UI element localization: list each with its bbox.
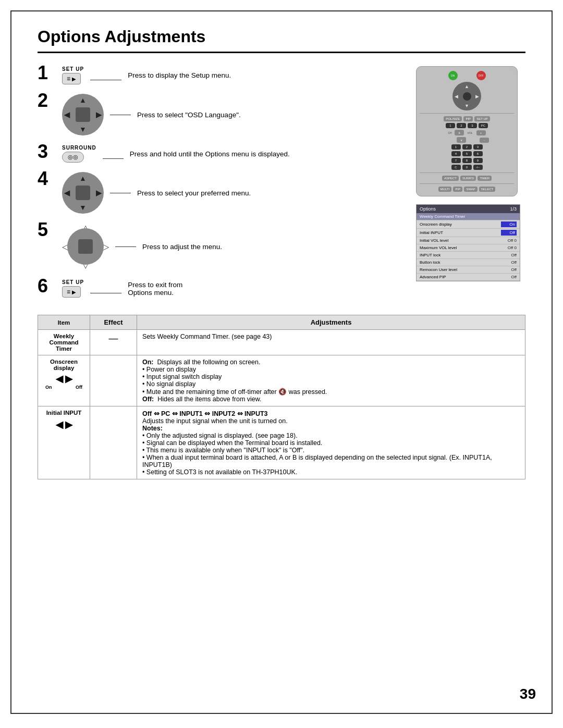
remote-dpad-right: ▶ [475, 94, 479, 99]
onscreen-arrow-left: ◀ [56, 373, 63, 385]
table-row-onscreen: Onscreendisplay ◀ ▶ On Off On: Displays … [38, 355, 525, 406]
remote-on-off-row: ON OFF [420, 71, 514, 80]
setup-icon-1: ≡ ▶ [62, 73, 81, 84]
remote-ch-label: CH [448, 131, 451, 134]
surround-icon: ◎◎ [62, 152, 84, 163]
dpad-circle-5 [67, 228, 104, 265]
remote-dpad-down: ▼ [464, 103, 469, 108]
remote-num-row4: C 0 -/-- [420, 165, 514, 170]
remote-num-3: 3 [473, 144, 483, 150]
steps-left: 1 SET UP ≡ ▶ Press to display the Setup … [38, 66, 406, 307]
remote-ch-up: ∧ [455, 130, 464, 135]
dpad-left-4: ◀ [64, 189, 70, 197]
step-2: 2 ▲ ▼ ◀ ▶ Press to select "OSD Language"… [38, 94, 406, 135]
connector-6 [90, 293, 121, 293]
step-5-text: Press to adjust the menu. [142, 243, 222, 251]
remote-num-row3: 7 8 9 [420, 158, 514, 163]
arrow-right-icon-6: ▶ [72, 289, 76, 295]
remote-multi-btn: MULTI [438, 187, 452, 192]
onscreen-off-header: Off: Hides all the items above from view… [142, 396, 262, 403]
remote-vol-label: VOL [468, 131, 473, 134]
step-6-number: 6 [38, 277, 56, 295]
surround-button: SURROUND ◎◎ [62, 145, 96, 163]
onscreen-labels: On Off [43, 385, 84, 390]
options-maxvol-label: Maximum VOL level [420, 245, 501, 250]
options-menu-row-2: Initial INPUT Off [417, 229, 520, 237]
onscreen-item-label: Onscreendisplay [50, 359, 78, 371]
remote-num-0: 0 [462, 165, 472, 170]
step-1-text: Press to display the Setup menu. [128, 71, 231, 79]
remote-num-8: 8 [462, 158, 472, 163]
remote-setup-btn: SET UP [474, 116, 490, 121]
options-menu-title: Options [420, 206, 436, 212]
options-inputlock-label: INPUT lock [420, 253, 501, 257]
remote-dpad-left: ◀ [455, 94, 458, 99]
remote-sep-3 [420, 183, 514, 184]
initialinput-note2: • Signal can be displayed when the Termi… [142, 439, 322, 447]
setup-icon-6: ≡ ▶ [62, 286, 81, 298]
remote-num-1: 1 [451, 144, 461, 150]
initialinput-sequence: Off ⇔ PC ⇔ INPUT1 ⇔ INPUT2 ⇔ INPUT3 [142, 410, 268, 417]
remote-dpad-center [463, 92, 471, 101]
step-2-text: Press to select "OSD Language". [137, 111, 241, 119]
menu-lines-icon: ≡ [67, 75, 70, 82]
step-5-number: 5 [38, 220, 56, 239]
initialinput-note5: • Setting of SLOT3 is not available on T… [142, 468, 297, 476]
connector-2 [110, 115, 131, 115]
options-menu-row-6: Button lock Off [417, 259, 520, 266]
dpad-step-2: ▲ ▼ ◀ ▶ [62, 94, 104, 135]
table-effect-weekly: — [90, 330, 137, 355]
remote-pc-btn: PC [479, 123, 488, 128]
remote-dpad-row: ▲ ▼ ◀ ▶ [420, 82, 514, 110]
remote-num-7: 7 [451, 158, 461, 163]
remote-control: ON OFF ▲ ▼ ◀ ▶ POL/SIZE [416, 66, 518, 196]
remote-offtimer-btn: TIMER [478, 176, 492, 181]
info-table: Item Effect Adjustments WeeklyCommandTim… [38, 315, 525, 479]
table-row-weekly: WeeklyCommandTimer — Sets Weekly Command… [38, 330, 525, 355]
initialinput-note3: • This menu is available only when "INPU… [142, 447, 304, 454]
remote-input-2: 2 [457, 123, 466, 128]
step-3: 3 SURROUND ◎◎ Press and hold until the O… [38, 145, 406, 163]
initialinput-arrow-right: ▶ [65, 419, 72, 430]
step-4: 4 ▲ ▼ ◀ ▶ Press to select your preferred… [38, 172, 406, 214]
table-header-effect: Effect [90, 315, 137, 330]
dpad-center-2 [76, 107, 90, 122]
steps-right-panel: ON OFF ▲ ▼ ◀ ▶ POL/SIZE [416, 66, 525, 307]
options-menu-row-5: INPUT lock Off [417, 252, 520, 259]
remote-dpad-up: ▲ [464, 84, 469, 89]
remote-dpad: ▲ ▼ ◀ ▶ [452, 82, 481, 110]
step-1-number: 1 [38, 64, 56, 82]
initialinput-item-label: Initial INPUT [46, 410, 82, 416]
step-4-number: 4 [38, 169, 56, 188]
step-2-number: 2 [38, 91, 56, 110]
remote-select-btn: SELECT [479, 187, 495, 192]
options-initialvol-value: Off 0 [501, 238, 517, 243]
remote-input-row: 1 2 3 PC [420, 123, 514, 128]
options-initialinput-label: Initial INPUT [420, 230, 501, 235]
dpad-left-2: ◀ [64, 110, 70, 119]
onscreen-on-header: On: Displays all the following on screen… [142, 359, 261, 366]
options-inputlock-value: Off [501, 253, 517, 257]
remote-surround-btn: SURR'D [460, 176, 476, 181]
table-effect-onscreen [90, 355, 137, 406]
onscreen-mute: • Mute and the remaining time of off-tim… [142, 388, 327, 396]
table-adj-initialinput: Off ⇔ PC ⇔ INPUT1 ⇔ INPUT2 ⇔ INPUT3 Adju… [137, 406, 525, 479]
table-header-item: Item [38, 315, 90, 330]
remote-on-button: ON [448, 71, 458, 80]
table-item-weekly: WeeklyCommandTimer [38, 330, 90, 355]
options-menu-row-8: Advanced PIP Off [417, 274, 520, 281]
options-menu-row-7: Remocon User level Off [417, 266, 520, 274]
onscreen-input: • Input signal switch display [142, 373, 222, 380]
remote-num-c: C [451, 165, 461, 170]
step-5: 5 △ ▽ ◁ ▷ Press to adjust the menu. [38, 223, 406, 270]
connector-5 [115, 246, 136, 247]
step-3-content: SURROUND ◎◎ Press and hold until the Opt… [62, 145, 406, 163]
options-menu-row-4: Maximum VOL level Off 0 [417, 244, 520, 252]
options-menu-row-3: Initial VOL level Off 0 [417, 237, 520, 244]
options-menu-header: Options 1/3 [417, 205, 520, 213]
step-1-content: SET UP ≡ ▶ Press to display the Setup me… [62, 66, 406, 84]
step-3-text: Press and hold until the Options menu is… [130, 150, 290, 158]
step-2-content: ▲ ▼ ◀ ▶ Press to select "OSD Language". [62, 94, 406, 135]
remote-num-dash: -/-- [473, 165, 483, 170]
remote-input-3: 3 [468, 123, 477, 128]
